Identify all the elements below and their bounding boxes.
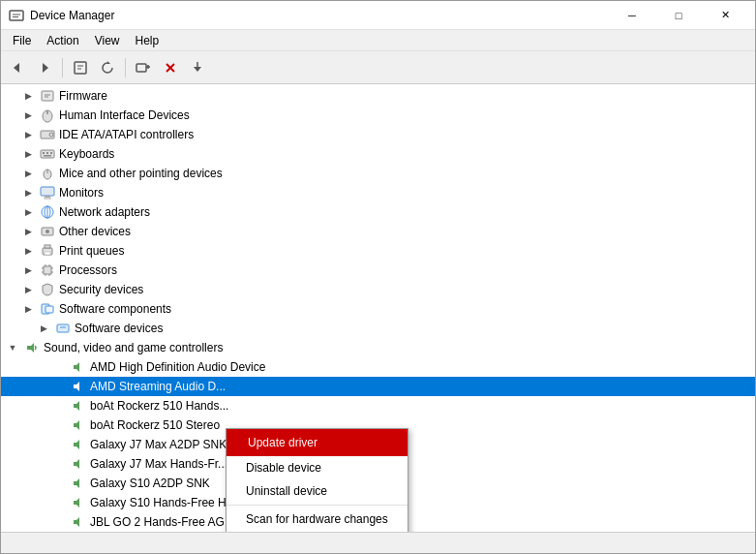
sw-components-label: Software components (59, 302, 171, 316)
svg-marker-57 (74, 401, 79, 411)
print-icon (40, 243, 55, 259)
menu-action[interactable]: Action (39, 32, 86, 49)
forward-button[interactable] (32, 55, 57, 80)
amd-streaming-label: AMD Streaming Audio D... (90, 380, 226, 393)
tree-item-sound[interactable]: ▼ Sound, video and game controllers (1, 338, 755, 357)
other-label: Other devices (59, 225, 131, 238)
expand-mice[interactable]: ▶ (20, 166, 36, 181)
galaxy1-icon (71, 437, 86, 452)
svg-rect-52 (57, 324, 69, 332)
jbl1-label: JBL GO 2 Hands-Free AG... (90, 515, 234, 529)
svg-rect-25 (46, 152, 48, 154)
keyboards-label: Keyboards (59, 147, 114, 161)
amd-hd-icon (71, 359, 86, 375)
ctx-disable-device[interactable]: Disable device (227, 456, 408, 479)
add-device-button[interactable] (131, 55, 156, 80)
keyboard-icon (40, 146, 55, 162)
tree-item-mice[interactable]: ▶ Mice and other pointing devices (1, 164, 755, 183)
tree-item-ide[interactable]: ▶ IDE ATA/ATAPI controllers (1, 125, 755, 144)
svg-rect-40 (45, 252, 50, 255)
expand-firmware[interactable]: ▶ (20, 88, 36, 104)
tree-item-amd-streaming[interactable]: ▶ AMD Streaming Audio D... (1, 377, 755, 396)
tree-item-keyboards[interactable]: ▶ Keyboards (1, 144, 755, 164)
menu-view[interactable]: View (87, 32, 128, 49)
toolbar-sep-1 (62, 58, 63, 77)
ctx-update-driver[interactable]: Update driver (227, 429, 408, 456)
tree-item-print[interactable]: ▶ Print queues (1, 241, 755, 261)
title-bar: Device Manager ─ □ ✕ (1, 1, 755, 30)
minimize-button[interactable]: ─ (610, 1, 654, 30)
expand-sw-devices[interactable]: ▶ (36, 321, 51, 336)
network-label: Network adapters (59, 205, 150, 219)
ctx-uninstall-device[interactable]: Uninstall device (227, 479, 408, 503)
content-area: ▶ Firmware ▶ Human Interface Devices ▶ (1, 84, 755, 532)
tree-item-processors[interactable]: ▶ Processors (1, 261, 755, 280)
expand-security[interactable]: ▶ (20, 282, 36, 297)
expand-other[interactable]: ▶ (20, 224, 36, 239)
galaxy3-icon (71, 476, 86, 491)
refresh-button[interactable] (95, 55, 120, 80)
expand-sw-components[interactable]: ▶ (20, 301, 36, 317)
galaxy1-label: Galaxy J7 Max A2DP SNK... (90, 438, 236, 451)
tree-item-other[interactable]: ▶ Other devices (1, 222, 755, 241)
expand-print[interactable]: ▶ (20, 243, 36, 259)
tree-item-amd-hd[interactable]: ▶ AMD High Definition Audio Device (1, 357, 755, 377)
tree-item-hid[interactable]: ▶ Human Interface Devices (1, 106, 755, 125)
svg-rect-26 (50, 152, 52, 154)
expand-hid[interactable]: ▶ (20, 108, 36, 123)
tree-item-security[interactable]: ▶ Security devices (1, 280, 755, 299)
expand-sound[interactable]: ▼ (5, 340, 20, 355)
boat1-label: boAt Rockerz 510 Hands... (90, 399, 228, 413)
ide-icon (40, 127, 55, 142)
maximize-button[interactable]: □ (656, 1, 701, 30)
hid-label: Human Interface Devices (59, 108, 190, 122)
svg-marker-54 (27, 343, 34, 353)
svg-marker-62 (74, 498, 79, 508)
expand-monitors[interactable]: ▶ (20, 185, 36, 200)
toolbar-sep-2 (125, 58, 126, 77)
device-manager-window: Device Manager ─ □ ✕ File Action View He… (0, 0, 756, 554)
svg-marker-4 (43, 63, 48, 73)
tree-item-sw-components[interactable]: ▶ Software components (1, 299, 755, 319)
window-controls: ─ □ ✕ (610, 1, 747, 30)
svg-marker-56 (74, 382, 79, 391)
menu-help[interactable]: Help (128, 32, 167, 49)
svg-marker-60 (74, 459, 79, 469)
svg-marker-61 (74, 478, 79, 488)
expand-keyboards[interactable]: ▶ (20, 146, 36, 162)
uninstall-button[interactable] (158, 55, 183, 80)
svg-marker-3 (14, 63, 19, 73)
boat2-label: boAt Rockerz 510 Stereo (90, 418, 220, 432)
context-menu: Update driver Disable device Uninstall d… (226, 428, 408, 532)
properties-button[interactable] (68, 55, 93, 80)
expand-network[interactable]: ▶ (20, 204, 36, 220)
tree-item-monitors[interactable]: ▶ Monitors (1, 183, 755, 202)
ctx-separator-1 (227, 505, 408, 506)
tree-item-firmware[interactable]: ▶ Firmware (1, 86, 755, 106)
firmware-label: Firmware (59, 89, 107, 103)
ide-label: IDE ATA/ATAPI controllers (59, 128, 194, 141)
update-driver-button[interactable] (185, 55, 210, 80)
boat1-icon (71, 398, 86, 414)
svg-rect-31 (45, 196, 50, 198)
svg-rect-0 (10, 11, 23, 20)
back-button[interactable] (5, 55, 30, 80)
expand-ide[interactable]: ▶ (20, 127, 36, 142)
close-button[interactable]: ✕ (703, 1, 747, 30)
svg-rect-9 (136, 64, 146, 72)
galaxy4-label: Galaxy S10 Hands-Free H... (90, 496, 236, 509)
menu-file[interactable]: File (5, 32, 39, 49)
tree-item-sw-devices[interactable]: ▶ Software devices (1, 319, 755, 338)
tree-item-network[interactable]: ▶ Network adapters (1, 202, 755, 222)
svg-rect-21 (41, 131, 54, 138)
ctx-scan-hardware[interactable]: Scan for hardware changes (227, 508, 408, 531)
svg-marker-14 (194, 67, 201, 72)
status-bar (1, 532, 755, 553)
tree-item-boat1[interactable]: ▶ boAt Rockerz 510 Hands... (1, 396, 755, 416)
expand-processors[interactable]: ▶ (20, 262, 36, 278)
svg-marker-59 (74, 440, 79, 449)
sw-components-icon (40, 301, 55, 317)
svg-rect-39 (45, 245, 50, 248)
svg-rect-27 (44, 155, 51, 157)
galaxy2-icon (71, 456, 86, 472)
